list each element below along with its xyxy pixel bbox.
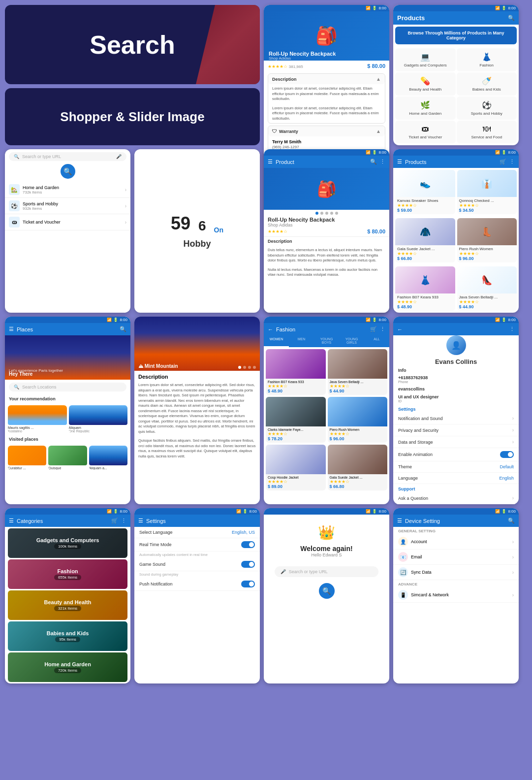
hamburger-icon-places[interactable]: ☰ (9, 326, 14, 332)
realtime-mode-row[interactable]: Real Time Mode (134, 538, 260, 552)
realtime-toggle[interactable] (241, 541, 255, 548)
theme-row[interactable]: Theme Default (393, 461, 519, 473)
sync-row[interactable]: 🔄 Sync Data › (393, 565, 519, 580)
description-header[interactable]: Description ▲ (268, 74, 385, 84)
cat-beauty-full[interactable]: Beauty and Health 321k Items (8, 590, 127, 620)
warranty-toggle-icon[interactable]: ▲ (376, 129, 381, 134)
visited-2[interactable]: Quisque (48, 446, 87, 470)
microphone-icon[interactable]: 🎤 (116, 154, 122, 159)
product-cell-boots[interactable]: 👢 Piero Rush Women ★★★★☆ $ 96.00 (457, 218, 517, 262)
rec-item-1[interactable]: Mauris sagittis ... Kostalino (8, 405, 67, 433)
product-cell-shoes[interactable]: 👟 Kanvas Sneaker Shoes ★★★★☆ $ 59.00 (395, 170, 455, 214)
cat-gadgets-full[interactable]: Gadgets and Computers 100k Items (8, 528, 127, 558)
fashion-product-2[interactable]: Java Seven Belladji ... ★★★★☆ $ 44.90 (328, 349, 388, 395)
fashion-product-4[interactable]: Piero Rush Women ★★★★☆ $ 96.00 (328, 397, 388, 443)
tab-all[interactable]: ALL (364, 335, 389, 347)
description-toggle-icon[interactable]: ▲ (376, 76, 381, 82)
fashion-product-1[interactable]: Fashion B07 Keara 933 ★★★★☆ $ 48.90 (266, 349, 326, 395)
dot-5[interactable] (335, 212, 338, 215)
game-sound-row[interactable]: Game Sound (134, 558, 260, 571)
page-dot-2 (243, 366, 246, 369)
fashion2-stars: ★★★★☆ (397, 299, 453, 304)
search-icon-places[interactable]: 🔍 (120, 326, 126, 332)
cat-babies-full[interactable]: Babies and Kids 95k Items (8, 621, 127, 651)
dot-3[interactable] (325, 212, 328, 215)
tab-women[interactable]: WOMEN (264, 335, 289, 347)
cat-beauty[interactable]: 💊 Beauty and Health (395, 72, 456, 96)
cart-icon[interactable]: 🛒 (500, 159, 506, 165)
privacy-row[interactable]: Privacy and Security › (393, 424, 519, 436)
realtime-desc: Automatically updates content in real ti… (134, 552, 260, 558)
sidebar-item-sports[interactable]: ⚽ Sports and Hobby 932k Items › (5, 198, 130, 214)
hamburger-icon-device[interactable]: ☰ (397, 518, 402, 524)
more-icon-profile[interactable]: ⋮ (509, 326, 515, 332)
notif-sound-row[interactable]: Notification and Sound › (393, 413, 519, 424)
hamburger-icon-cats[interactable]: ☰ (9, 518, 14, 524)
tab-men[interactable]: MEN (289, 335, 314, 347)
notif-numbers: 59 6 On (171, 213, 223, 234)
push-notif-row[interactable]: Push Notification (134, 578, 260, 591)
animation-toggle[interactable] (500, 451, 514, 458)
place-hero-image: Hey There Let's experience Paris togethe… (5, 335, 130, 380)
dot-1[interactable] (315, 212, 318, 215)
cat-gadgets[interactable]: 💻 Gadgets and Computers (395, 48, 456, 71)
product-cell-jacket[interactable]: 🧥 Gala Suede Jacket ... ★★★★☆ $ 66.80 (395, 218, 455, 262)
place-tagline: Let's experience Paris together (9, 368, 63, 373)
welcome-search-box[interactable]: 🎤 Search or type URL (275, 566, 379, 577)
more-icon[interactable]: ⋮ (380, 159, 385, 165)
cat-ticket[interactable]: 🎟 Ticket and Voucher (395, 121, 456, 143)
animation-row[interactable]: Enable Animation (393, 448, 519, 461)
fashion-product-3[interactable]: Clarks Idamarie Faye... ★★★★☆ $ 78.20 (266, 397, 326, 443)
toolbar-search-icon[interactable]: 🔍 (508, 15, 515, 21)
back-icon-profile[interactable]: ← (397, 326, 403, 332)
sidebar-item-ticket[interactable]: 🎟 Ticket and Voucher › (5, 214, 130, 230)
product-cell-dress[interactable]: 👔 Qonnoq Checked ... ★★★★☆ $ 34.50 (457, 170, 517, 214)
more-icon-cats[interactable]: ⋮ (121, 518, 126, 524)
dot-2[interactable] (320, 212, 323, 215)
cat-fashion[interactable]: 👗 Fashion (457, 48, 517, 71)
hamburger-icon[interactable]: ☰ (268, 159, 273, 165)
hamburger-icon-settings[interactable]: ☰ (138, 518, 143, 524)
more-icon-2[interactable]: ⋮ (509, 159, 515, 165)
sidebar-item-home-garden[interactable]: 🏡 Home and Garden 732k Items › (5, 182, 130, 198)
tab-young-boys[interactable]: YOUNG BOYS (314, 335, 339, 347)
url-search-bar[interactable]: 🔍 Search or type URL 🎤 (9, 152, 126, 161)
warranty-header[interactable]: 🛡 Warranty ▲ (268, 126, 385, 136)
search-go-button[interactable]: 🔍 (61, 164, 75, 179)
cat-garden-full[interactable]: Home and Garden 720k Items (8, 652, 127, 682)
search-icon-device[interactable]: 🔍 (508, 518, 515, 524)
profile-toolbar: ← ⋮ (393, 323, 519, 335)
hamburger-icon-2[interactable]: ☰ (397, 159, 402, 165)
rec-item-2[interactable]: Aliquam One Republic (69, 405, 128, 433)
data-storage-row[interactable]: Data and Storage › (393, 436, 519, 448)
tab-young-girls[interactable]: YOUNG GIRLS (339, 335, 364, 347)
game-sound-toggle[interactable] (241, 561, 255, 568)
visited-1[interactable]: Curabitur ... (8, 446, 46, 470)
cat-garden[interactable]: 🌿 Home and Garden (395, 97, 456, 120)
product-cell-sneaker2[interactable]: 👠 Java Seven Belladji ... ★★★★☆ $ 44.90 (457, 266, 517, 311)
cat-babies[interactable]: 🍼 Babies and Kids (457, 72, 517, 96)
product-cell-fashion2[interactable]: 👗 Fashion B07 Keara 933 ★★★★☆ $ 48.90 (395, 266, 455, 311)
fashion-product-6[interactable]: Gala Suede Jacket ... ★★★★☆ $ 66.80 (328, 445, 388, 490)
push-notif-toggle[interactable] (241, 581, 255, 587)
cart-icon-fashion[interactable]: 🛒 (370, 326, 377, 332)
simcard-row[interactable]: 📱 Simcard & Network › (393, 587, 519, 603)
cat-fashion-full[interactable]: Fashion 655k Items (8, 559, 127, 589)
cat-food[interactable]: 🍽 Service and Food (457, 121, 517, 143)
dot-4[interactable] (330, 212, 333, 215)
location-search[interactable]: 🔍 Search Locations (9, 383, 126, 391)
more-icon-fashion[interactable]: ⋮ (380, 326, 385, 332)
search-icon[interactable]: 🔍 (370, 159, 377, 165)
ask-question-row[interactable]: Ask a Question › (393, 492, 519, 504)
fashion-product-5[interactable]: Cosp Hoodie Jacket ★★★★☆ $ 89.00 (266, 445, 326, 490)
language-setting-row[interactable]: Select Language English, US (134, 527, 260, 538)
welcome-search-button[interactable]: 🔍 (319, 583, 335, 599)
cart-icon-cats[interactable]: 🛒 (111, 518, 118, 524)
carousel-dots (264, 210, 389, 217)
back-icon-fashion[interactable]: ← (268, 326, 273, 332)
language-row[interactable]: Language English (393, 473, 519, 484)
account-row[interactable]: 👤 Account › (393, 534, 519, 550)
cat-sports[interactable]: ⚽ Sports and Hobby (457, 97, 517, 120)
visited-3[interactable]: Aliquam a... (89, 446, 127, 470)
email-row[interactable]: 📧 Email › (393, 550, 519, 565)
